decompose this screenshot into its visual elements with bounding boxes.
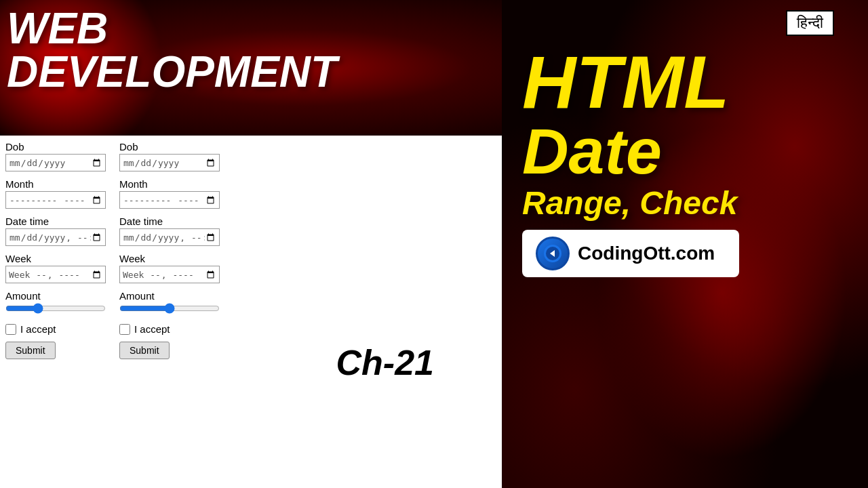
coding-ott-text: CodingOtt.com bbox=[578, 243, 715, 264]
range-check-title: Range, Check bbox=[522, 187, 737, 220]
range-input-1[interactable] bbox=[5, 303, 106, 314]
checkbox-1[interactable] bbox=[5, 324, 16, 335]
week-field-2: Week bbox=[119, 253, 220, 283]
submit-field-2: Submit bbox=[119, 342, 220, 359]
datetime-field-1: Date time bbox=[5, 216, 106, 246]
submit-button-2[interactable]: Submit bbox=[119, 342, 170, 359]
month-field-1: Month bbox=[5, 178, 106, 209]
coding-ott-badge: CodingOtt.com bbox=[522, 230, 739, 277]
html-title: HTML bbox=[522, 45, 729, 119]
datetime-field-2: Date time bbox=[119, 216, 220, 246]
checkbox-2[interactable] bbox=[119, 324, 130, 335]
datetime-input-1[interactable] bbox=[5, 228, 106, 246]
dob-field-2: Dob bbox=[119, 141, 220, 171]
month-input-1[interactable] bbox=[5, 191, 106, 209]
dob-input-2[interactable] bbox=[119, 154, 220, 171]
web-dev-title: WEB DEVELOPMENT bbox=[7, 7, 337, 94]
month-field-2: Month bbox=[119, 178, 220, 209]
left-panel: WEB DEVELOPMENT Dob Month Date time Week bbox=[0, 0, 502, 488]
amount-field-1: Amount bbox=[5, 290, 106, 317]
form-col-2: Dob Month Date time Week Amount I ac bbox=[119, 141, 220, 366]
right-panel: हिन्दी HTML Date Range, Check CodingOtt.… bbox=[502, 0, 868, 488]
coding-ott-logo-icon bbox=[543, 244, 562, 263]
form-area: Dob Month Date time Week Amount I ac bbox=[0, 136, 502, 371]
dob-input-1[interactable] bbox=[5, 154, 106, 171]
coding-ott-icon bbox=[536, 237, 570, 270]
accept-checkbox-2: I accept bbox=[119, 323, 220, 335]
month-input-2[interactable] bbox=[119, 191, 220, 209]
datetime-input-2[interactable] bbox=[119, 228, 220, 246]
submit-field-1: Submit bbox=[5, 342, 106, 359]
form-col-1: Dob Month Date time Week Amount I ac bbox=[5, 141, 106, 366]
week-input-1[interactable] bbox=[5, 266, 106, 283]
ch-label: Ch-21 bbox=[336, 342, 434, 383]
range-input-2[interactable] bbox=[119, 303, 220, 314]
week-input-2[interactable] bbox=[119, 266, 220, 283]
left-top-banner: WEB DEVELOPMENT bbox=[0, 0, 502, 136]
submit-button-1[interactable]: Submit bbox=[5, 342, 56, 359]
amount-field-2: Amount bbox=[119, 290, 220, 317]
dob-field-1: Dob bbox=[5, 141, 106, 171]
date-title: Date bbox=[522, 119, 662, 184]
hindi-badge: हिन्दी bbox=[786, 10, 834, 36]
week-field-1: Week bbox=[5, 253, 106, 283]
accept-checkbox-1: I accept bbox=[5, 323, 106, 335]
